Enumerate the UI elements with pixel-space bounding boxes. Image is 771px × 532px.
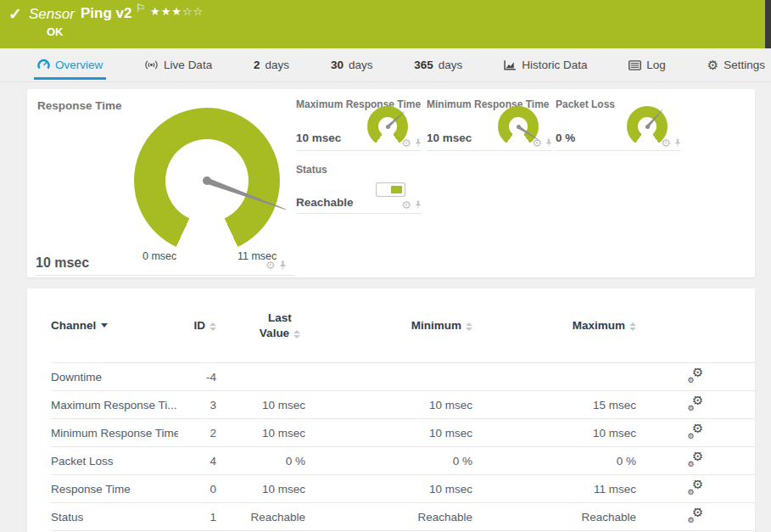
status-title: Status (296, 164, 327, 176)
min-response-time-block: Minimum Response Time 10 msec ⚙ (427, 89, 552, 225)
channel-settings-icon[interactable]: ⚙ ⚙ (688, 452, 704, 467)
priority-stars[interactable]: ★★★☆☆ (150, 5, 204, 18)
channel-settings-icon[interactable]: ⚙ ⚙ (688, 396, 704, 411)
column-header-last-value[interactable]: Last Value (216, 311, 305, 340)
sort-icon (293, 330, 300, 339)
tab-365-days[interactable]: 365 days (411, 53, 466, 80)
gauge-settings-icon[interactable]: ⚙ (532, 137, 542, 148)
channel-minimum: Reachable (305, 511, 472, 524)
divider (296, 150, 422, 151)
pin-icon[interactable] (415, 138, 422, 148)
channel-id: 2 (178, 427, 216, 440)
status-value: Reachable (296, 196, 354, 209)
gear-icon: ⚙ (688, 461, 695, 468)
channel-maximum: 11 msec (472, 483, 636, 496)
tab-label: Live Data (164, 59, 212, 71)
tab-label: Log (646, 59, 666, 71)
tab-live-data[interactable]: Live Data (141, 53, 215, 80)
min-response-time-value: 10 msec (427, 132, 472, 144)
channel-last-value: 10 msec (216, 399, 305, 412)
sort-icon (210, 322, 216, 331)
gear-icon: ⚙ (688, 405, 695, 412)
pin-icon[interactable] (415, 200, 422, 210)
channel-table-panel: Channel ID Last Value Minimum Maximum Do… (27, 288, 755, 532)
tab-number: 365 (414, 59, 433, 71)
channel-id: -4 (178, 371, 216, 384)
tab-settings[interactable]: ⚙ Settings (704, 53, 768, 80)
column-header-maximum[interactable]: Maximum (472, 319, 636, 332)
max-response-time-value: 10 msec (296, 132, 341, 144)
sort-icon (629, 322, 636, 331)
gear-icon: ⚙ (688, 433, 695, 440)
gauge-settings-icon[interactable]: ⚙ (265, 260, 276, 271)
gauge-settings-icon[interactable]: ⚙ (661, 137, 671, 148)
channel-id: 4 (178, 455, 216, 468)
gauge-settings-icon[interactable]: ⚙ (401, 137, 411, 148)
channel-name: Status (51, 511, 178, 524)
tab-2-days[interactable]: 2 days (250, 53, 293, 80)
pin-icon[interactable] (674, 138, 681, 148)
gauge-settings-icon[interactable]: ⚙ (401, 199, 411, 210)
tab-label: Overview (55, 59, 103, 71)
pin-icon[interactable] (545, 138, 552, 148)
gauge-title: Maximum Response Time (296, 98, 421, 110)
table-row: Minimum Response Time 2 10 msec 10 msec … (51, 419, 755, 447)
column-header-channel[interactable]: Channel (51, 319, 178, 332)
gauge-scale-min: 0 msec (142, 250, 176, 262)
table-header-row: Channel ID Last Value Minimum Maximum (51, 288, 755, 363)
channel-name: Maximum Response Ti... (51, 399, 178, 412)
channel-settings-icon[interactable]: ⚙ ⚙ (688, 368, 704, 383)
tab-overview[interactable]: Overview (34, 53, 106, 80)
tab-number: 30 (331, 59, 344, 71)
tab-historic-data[interactable]: Historic Data (500, 53, 590, 80)
channel-id: 0 (178, 483, 216, 496)
window-corner (765, 0, 771, 48)
channel-name: Packet Loss (51, 455, 178, 468)
primary-gauge-title: Response Time (37, 99, 122, 112)
gauge-needle-hub (203, 176, 211, 185)
tab-label: days (439, 59, 463, 71)
gauge-icon (37, 59, 50, 71)
max-response-time-block: Maximum Response Time 10 msec ⚙ Status R… (296, 89, 422, 225)
gear-icon: ⚙ (688, 489, 695, 496)
table-row: Packet Loss 4 0 % 0 % 0 % ⚙ ⚙ (51, 447, 755, 475)
sort-icon (466, 322, 472, 331)
tab-number: 2 (254, 59, 260, 71)
gear-icon: ⚙ (707, 59, 718, 71)
gear-icon: ⚙ (688, 517, 695, 524)
tab-log[interactable]: Log (625, 53, 669, 80)
table-row: Status 1 Reachable Reachable Reachable ⚙… (51, 503, 755, 531)
divider (296, 213, 422, 214)
gauge-needle-hub (645, 125, 650, 129)
area-chart-icon (504, 59, 517, 70)
channel-maximum: 0 % (472, 455, 636, 468)
channel-minimum: 10 msec (305, 399, 472, 412)
overview-gauges-panel: Response Time 0 msec 11 msec 10 msec ⚙ M… (27, 89, 755, 277)
column-header-minimum[interactable]: Minimum (305, 319, 472, 332)
channel-last-value: Reachable (216, 511, 305, 524)
channel-last-value: 10 msec (216, 427, 305, 440)
table-row: Response Time 0 10 msec 10 msec 11 msec … (51, 475, 755, 503)
log-list-icon (629, 60, 641, 70)
channel-last-value: 10 msec (216, 483, 305, 496)
tab-label: Historic Data (522, 59, 587, 71)
channel-id: 1 (178, 511, 216, 524)
channel-settings-icon[interactable]: ⚙ ⚙ (688, 508, 704, 523)
sensor-status-text: OK (47, 25, 64, 38)
channel-minimum: 10 msec (305, 427, 472, 440)
tab-label: Settings (724, 59, 765, 71)
channel-settings-icon[interactable]: ⚙ ⚙ (688, 480, 704, 495)
column-header-id[interactable]: ID (178, 319, 216, 332)
gear-icon: ⚙ (688, 377, 695, 384)
tab-30-days[interactable]: 30 days (327, 53, 377, 80)
priority-flag-icon[interactable]: ⚐ (136, 2, 146, 14)
pin-icon[interactable] (279, 260, 287, 271)
channel-minimum: 0 % (305, 455, 472, 468)
channel-name: Response Time (51, 483, 178, 496)
response-time-value: 10 msec (36, 255, 89, 271)
channel-settings-icon[interactable]: ⚙ ⚙ (688, 424, 704, 439)
gauge-needle-hub (386, 125, 390, 129)
channel-maximum: 15 msec (472, 399, 636, 412)
gauge-needle-hub (517, 125, 521, 129)
status-indicator (376, 182, 405, 197)
